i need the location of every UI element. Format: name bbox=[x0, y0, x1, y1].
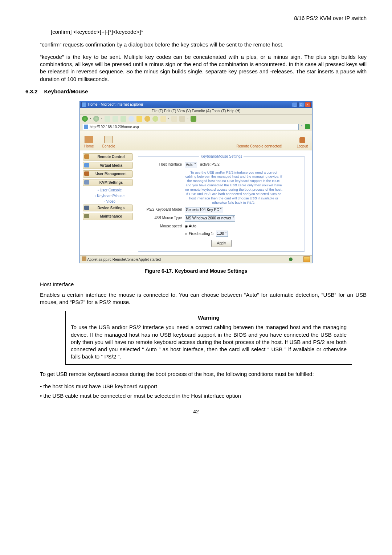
ie-window: Home - Microsoft Internet Explorer _ □ ×… bbox=[79, 101, 313, 263]
maximize-icon[interactable]: □ bbox=[298, 102, 304, 107]
mouse-speed-auto-radio[interactable]: ◉ Auto bbox=[185, 224, 196, 229]
nav-home-label: Home bbox=[84, 144, 94, 148]
fieldset-legend: Keyboard/Mouse Settings bbox=[199, 154, 244, 159]
nav-home[interactable]: Home bbox=[84, 136, 94, 149]
device-settings-icon bbox=[84, 206, 89, 210]
nav-console-label: Console bbox=[102, 144, 115, 148]
home-icon[interactable] bbox=[121, 116, 126, 122]
sidebar-item-maintenance[interactable]: Maintenance bbox=[83, 213, 133, 220]
app-top-bar: Home Console Remote Console connected! L… bbox=[80, 131, 312, 150]
sidebar-label: Device Settings bbox=[98, 206, 124, 210]
kb-model-select[interactable]: Generic 104-Key PC ˅ bbox=[185, 207, 223, 213]
sidebar-label: Remote Control bbox=[98, 155, 125, 159]
figure-screenshot: Home - Microsoft Internet Explorer _ □ ×… bbox=[25, 101, 367, 263]
sidebar-item-device-settings[interactable]: Device Settings bbox=[83, 204, 133, 212]
app-main: Remote Control Virtual Media User Manage… bbox=[80, 150, 312, 255]
mouse-speed-fixed-radio[interactable]: ○ bbox=[185, 231, 187, 236]
remote-control-icon bbox=[84, 154, 89, 159]
page-header: 8/16 PS/2 KVM over IP switch bbox=[25, 15, 367, 22]
toolbar-sep: · bbox=[90, 116, 91, 121]
section-number: 6.3.2 bbox=[25, 88, 37, 95]
keyboard-mouse-fieldset: Keyboard/Mouse Settings Host Interface A… bbox=[138, 154, 305, 252]
kvm-settings-icon bbox=[84, 180, 89, 185]
mouse-speed-fixed-label: Fixed scaling 1: bbox=[189, 231, 214, 236]
toolbar-sep4: · bbox=[187, 116, 188, 121]
status-dot-icon bbox=[289, 258, 293, 261]
stop-icon[interactable] bbox=[105, 116, 110, 122]
logout-icon bbox=[299, 137, 305, 143]
mouse-type-value: MS Windows 2000 or newer bbox=[186, 216, 231, 220]
refresh-icon[interactable] bbox=[113, 116, 118, 122]
page-number: 42 bbox=[25, 408, 367, 415]
virtual-media-icon bbox=[84, 163, 89, 167]
ie-logo-icon bbox=[81, 102, 86, 107]
go-button[interactable] bbox=[305, 124, 310, 129]
apply-button[interactable]: Apply bbox=[211, 240, 231, 247]
sidebar-item-user-management[interactable]: User Management bbox=[83, 170, 133, 178]
sidebar-sub-video[interactable]: ▫ Video bbox=[83, 199, 133, 204]
section-title: Keyboard/Mouse bbox=[44, 88, 88, 95]
nav-console[interactable]: Console bbox=[102, 136, 115, 149]
home-app-icon bbox=[85, 136, 93, 143]
close-icon[interactable]: × bbox=[305, 102, 311, 107]
ie-menu-bar[interactable]: File (F) Edit (E) View (V) Favorite (A) … bbox=[80, 108, 312, 115]
sidebar-label: Virtual Media bbox=[100, 163, 122, 167]
warning-title: Warning bbox=[71, 314, 347, 321]
ie-brand-icon bbox=[303, 256, 310, 262]
back-icon[interactable] bbox=[82, 116, 88, 122]
toolbar-sep2: · bbox=[101, 116, 102, 121]
ie-toolbar[interactable]: · · · · bbox=[80, 115, 312, 123]
forward-icon[interactable] bbox=[93, 116, 99, 122]
app-body: Home Console Remote Console connected! L… bbox=[80, 131, 312, 255]
mouse-type-select[interactable]: MS Windows 2000 or newer ˅ bbox=[185, 215, 235, 222]
ie-title-bar: Home - Microsoft Internet Explorer _ □ × bbox=[80, 101, 312, 108]
warning-box: Warning To use the USB and/or PS/2 inter… bbox=[65, 311, 352, 365]
host-interface-select[interactable]: Auto ˅ bbox=[185, 162, 197, 168]
media-icon[interactable] bbox=[152, 116, 158, 122]
address-input[interactable]: http://192.168.10.23/home.asp bbox=[82, 124, 299, 130]
sidebar-sub-label: Video bbox=[106, 199, 115, 203]
host-interface-hint: To use the USB and/or PS/2 interface you… bbox=[185, 170, 283, 205]
minimize-icon[interactable]: _ bbox=[292, 102, 298, 107]
after-warning-paragraph: To get USB remote keyboard access during… bbox=[40, 370, 367, 378]
sidebar-item-remote-control[interactable]: Remote Control bbox=[83, 153, 133, 161]
search-icon[interactable] bbox=[128, 116, 134, 122]
figure-caption: Figure 6-17. Keyboard and Mouse Settings bbox=[25, 268, 367, 275]
maintenance-icon bbox=[84, 214, 89, 218]
bullet-1: • the host bios must have USB keyboard s… bbox=[40, 383, 367, 390]
mail-icon[interactable] bbox=[160, 116, 166, 122]
mouse-speed-label: Mouse speed bbox=[142, 224, 182, 229]
logout-button[interactable]: Logout bbox=[297, 137, 308, 149]
applet-icon bbox=[82, 256, 86, 261]
paragraph-confirm: “confirm” requests confirmation by a dia… bbox=[40, 41, 367, 48]
sidebar-item-kvm-settings[interactable]: KVM Settings bbox=[83, 179, 133, 186]
mouse-speed-auto-label: Auto bbox=[189, 224, 196, 228]
sidebar-label: Maintenance bbox=[100, 214, 122, 218]
sidebar: Remote Control Virtual Media User Manage… bbox=[80, 150, 135, 255]
console-icon bbox=[104, 136, 113, 143]
paragraph-keycode: “keycode” is the key to be sent. Multipl… bbox=[40, 53, 367, 83]
code-sample: [confirm] <keycode>[+|-[*]<keycode>]* bbox=[51, 28, 367, 36]
mouse-type-label: USB Mouse Type bbox=[142, 215, 182, 220]
remote-status: Remote Console connected! bbox=[236, 144, 282, 149]
user-management-icon bbox=[84, 171, 89, 176]
logout-label: Logout bbox=[297, 144, 308, 148]
toolbar-sep3: · bbox=[168, 116, 170, 121]
sidebar-sub-keyboard-mouse[interactable]: ▫ Keyboard/Mouse bbox=[83, 193, 133, 199]
sidebar-sub-user-console[interactable]: ▫ User Console bbox=[83, 187, 133, 193]
ie-status-bar: Applet sa.pp.rc.RemoteConsoleApplet star… bbox=[80, 255, 312, 263]
address-text: http://192.168.10.23/home.asp bbox=[90, 125, 139, 130]
messenger-icon[interactable] bbox=[191, 116, 196, 122]
history-icon[interactable] bbox=[144, 116, 150, 122]
edit-icon[interactable] bbox=[179, 116, 185, 122]
content-area: Keyboard/Mouse Settings Host Interface A… bbox=[135, 150, 312, 255]
favorites-icon[interactable] bbox=[136, 116, 142, 122]
sidebar-sub-label: User Console bbox=[100, 188, 122, 192]
go-dropdown-icon[interactable]: ˅ bbox=[301, 125, 303, 130]
mouse-speed-fixed-value: 1.00 bbox=[217, 231, 224, 235]
print-icon[interactable] bbox=[171, 116, 177, 122]
page-icon bbox=[84, 125, 88, 129]
host-interface-paragraph: Enables a certain interface the mouse is… bbox=[40, 291, 367, 306]
mouse-speed-fixed-select[interactable]: 1.00 ˅ bbox=[216, 231, 228, 237]
sidebar-item-virtual-media[interactable]: Virtual Media bbox=[83, 162, 133, 169]
